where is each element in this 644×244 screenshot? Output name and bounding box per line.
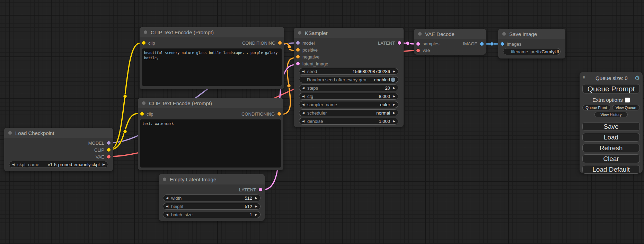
collapse-dot-icon[interactable] [142, 101, 145, 105]
decrement-arrow-icon[interactable]: ◀ [302, 87, 305, 90]
load-button[interactable]: Load [582, 133, 640, 142]
increment-arrow-icon[interactable]: ▶ [103, 163, 105, 166]
conditioning-port-icon[interactable] [296, 55, 300, 58]
widget-sampler-name[interactable]: ◀ sampler_name euler ▶ [299, 101, 398, 108]
widget-random-seed-toggle[interactable]: Random seed after every gen enabled [299, 76, 398, 83]
extra-options-checkbox[interactable] [625, 98, 630, 102]
node-title-bar[interactable]: Save Image [498, 29, 565, 39]
latent-port-icon[interactable] [296, 62, 300, 65]
clip-port-icon[interactable] [107, 148, 111, 152]
load-default-button[interactable]: Load Default [582, 165, 640, 174]
node-title-bar[interactable]: Load Checkpoint [4, 128, 113, 138]
conditioning-port-icon[interactable] [277, 112, 281, 116]
widget-seed[interactable]: ◀ seed 156680208700286 ▶ [299, 68, 398, 75]
gear-icon[interactable]: ⚙ [635, 75, 640, 81]
model-port-icon[interactable] [107, 141, 111, 145]
slot-label: samples [423, 41, 439, 46]
node-title-bar[interactable]: KSampler [294, 28, 404, 38]
clip-port-icon[interactable] [142, 41, 145, 45]
node-graph-canvas[interactable]: Load Checkpoint MODEL CLIP VAE ◀ ckpt_na… [0, 0, 644, 244]
view-queue-button[interactable]: View Queue [612, 105, 640, 110]
node-load-checkpoint[interactable]: Load Checkpoint MODEL CLIP VAE ◀ ckpt_na… [4, 128, 113, 171]
node-vae-decode[interactable]: VAE Decode samples IMAGE vae [414, 29, 486, 55]
slot-label: vae [423, 48, 430, 53]
increment-arrow-icon[interactable]: ▶ [255, 213, 257, 216]
widget-steps[interactable]: ◀ steps 20 ▶ [299, 84, 398, 91]
node-title-bar[interactable]: CLIP Text Encode (Prompt) [140, 27, 284, 37]
input-slot-vae: vae [414, 47, 486, 54]
collapse-dot-icon[interactable] [502, 32, 506, 36]
vae-port-icon[interactable] [107, 155, 111, 159]
link-dot [123, 94, 127, 98]
widget-name: batch_size [171, 212, 193, 217]
decrement-arrow-icon[interactable]: ◀ [302, 70, 305, 73]
increment-arrow-icon[interactable]: ▶ [255, 205, 257, 208]
vae-port-icon[interactable] [416, 49, 420, 52]
node-save-image[interactable]: Save Image images filename_prefix ComfyU… [498, 29, 565, 58]
widget-denoise[interactable]: ◀ denoise 1.000 ▶ [299, 118, 398, 125]
decrement-arrow-icon[interactable]: ◀ [12, 163, 15, 166]
link-dot [490, 42, 494, 46]
clear-button[interactable]: Clear [582, 154, 640, 163]
decrement-arrow-icon[interactable]: ◀ [302, 95, 305, 98]
output-slot-vae: VAE [4, 153, 113, 160]
node-ksampler[interactable]: KSampler model positive negative latent_… [294, 28, 404, 127]
collapse-dot-icon[interactable] [144, 30, 147, 34]
widget-ckpt-name[interactable]: ◀ ckpt_name v1-5-pruned-emaonly.ckpt ▶ [9, 161, 108, 168]
image-port-icon[interactable] [480, 42, 484, 46]
prompt-textarea[interactable]: beautiful scenery nature glass bottle la… [142, 48, 282, 86]
refresh-button[interactable]: Refresh [582, 144, 640, 152]
extra-options-label: Extra options [592, 97, 623, 103]
latent-port-icon[interactable] [259, 188, 262, 191]
widget-value: enabled [374, 77, 390, 82]
decrement-arrow-icon[interactable]: ◀ [302, 103, 305, 106]
node-title-bar[interactable]: CLIP Text Encode (Prompt) [138, 98, 283, 108]
widget-name: sampler_name [307, 102, 337, 107]
increment-arrow-icon[interactable]: ▶ [255, 197, 257, 200]
widget-batch-size[interactable]: ◀ batch_size 1 ▶ [163, 211, 261, 218]
conditioning-port-icon[interactable] [296, 48, 300, 52]
node-empty-latent-image[interactable]: Empty Latent Image LATENT ◀ width 512 ▶ … [159, 174, 265, 221]
save-button[interactable]: Save [582, 122, 640, 131]
queue-menu-panel: ⠿ Queue size: 0 ⚙ Queue Prompt Extra opt… [580, 72, 643, 173]
increment-arrow-icon[interactable]: ▶ [393, 70, 395, 73]
collapse-dot-icon[interactable] [418, 32, 422, 36]
widget-scheduler[interactable]: ◀ scheduler normal ▶ [299, 109, 398, 116]
widget-name: denoise [307, 119, 323, 124]
node-title-bar[interactable]: Empty Latent Image [159, 174, 265, 184]
increment-arrow-icon[interactable]: ▶ [393, 95, 395, 98]
decrement-arrow-icon[interactable]: ◀ [302, 111, 305, 115]
decrement-arrow-icon[interactable]: ◀ [166, 197, 168, 200]
widget-filename-prefix[interactable]: filename_prefix ComfyUI [503, 48, 561, 55]
decrement-arrow-icon[interactable]: ◀ [166, 213, 168, 216]
node-title-bar[interactable]: VAE Decode [414, 29, 486, 39]
queue-prompt-button[interactable]: Queue Prompt [582, 84, 640, 93]
widget-cfg[interactable]: ◀ cfg 8.000 ▶ [299, 93, 398, 100]
increment-arrow-icon[interactable]: ▶ [393, 103, 395, 106]
collapse-dot-icon[interactable] [8, 131, 12, 135]
slot-label: clip [148, 40, 155, 46]
collapse-dot-icon[interactable] [163, 178, 166, 181]
conditioning-port-icon[interactable] [278, 41, 282, 45]
drag-handle-icon[interactable]: ⠿ [582, 75, 589, 81]
latent-port-icon[interactable] [416, 42, 420, 46]
queue-front-button[interactable]: Queue Front [582, 105, 610, 110]
collapse-dot-icon[interactable] [298, 31, 301, 35]
node-clip-text-encode-positive[interactable]: CLIP Text Encode (Prompt) clip CONDITION… [140, 27, 284, 89]
clip-port-icon[interactable] [140, 112, 144, 116]
increment-arrow-icon[interactable]: ▶ [393, 120, 395, 123]
decrement-arrow-icon[interactable]: ◀ [166, 205, 168, 208]
increment-arrow-icon[interactable]: ▶ [393, 87, 395, 90]
node-clip-text-encode-negative[interactable]: CLIP Text Encode (Prompt) clip CONDITION… [138, 98, 283, 170]
view-history-button[interactable]: View History [594, 112, 628, 117]
widget-height[interactable]: ◀ height 512 ▶ [163, 203, 261, 210]
toggle-knob-icon[interactable] [391, 78, 395, 82]
decrement-arrow-icon[interactable]: ◀ [302, 120, 305, 123]
model-port-icon[interactable] [296, 41, 300, 45]
widget-value: 512 [245, 204, 252, 209]
image-port-icon[interactable] [501, 42, 504, 46]
latent-port-icon[interactable] [398, 41, 401, 45]
prompt-textarea[interactable]: text, watermark [140, 119, 281, 168]
widget-width[interactable]: ◀ width 512 ▶ [163, 195, 261, 201]
increment-arrow-icon[interactable]: ▶ [393, 111, 395, 115]
